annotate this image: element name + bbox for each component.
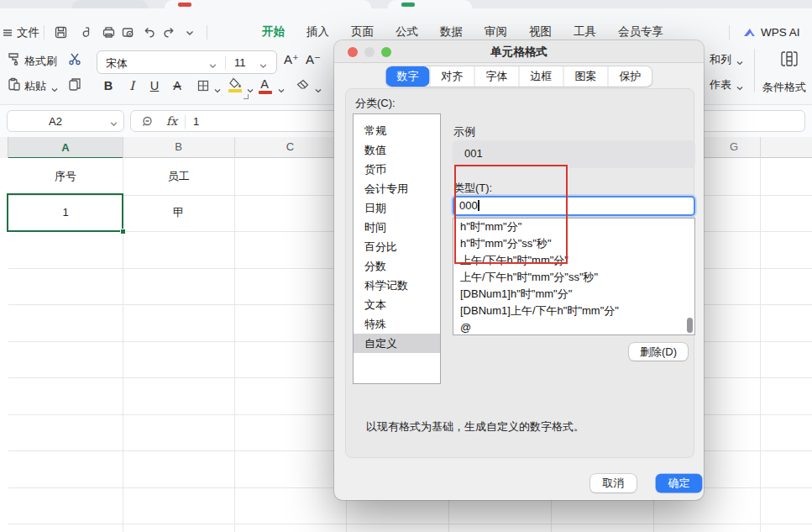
format-option[interactable]: h"时"mm"分" (453, 219, 694, 235)
copy-icon[interactable] (67, 76, 81, 91)
undo-icon[interactable] (142, 25, 156, 40)
chevron-down-icon[interactable] (213, 83, 222, 98)
fill-color-icon[interactable] (228, 77, 243, 92)
chevron-down-icon[interactable] (736, 81, 744, 96)
category-option[interactable]: 文本 (354, 295, 440, 314)
type-input[interactable]: 000 (453, 196, 695, 216)
column-header-g[interactable]: G (708, 140, 760, 153)
dialog-tab[interactable]: 对齐 (430, 66, 474, 87)
strikethrough-button[interactable]: A (169, 79, 186, 92)
worksheet-button[interactable]: 作表 (710, 77, 731, 92)
cell-b1[interactable]: 员工 (123, 158, 234, 194)
chevron-down-icon[interactable] (208, 59, 217, 74)
font-color-icon[interactable]: A (257, 77, 272, 91)
print-preview-icon[interactable] (121, 25, 135, 40)
format-painter-button[interactable]: 格式刷 (24, 54, 57, 69)
wps-spreadsheet-window: 文件 开始插入页面公式数据审阅视图工具会员专享 WP (0, 0, 812, 532)
category-option[interactable]: 货币 (354, 160, 440, 179)
menu-tab[interactable]: 开始 (262, 24, 285, 40)
chevron-down-icon[interactable] (314, 83, 322, 98)
document-tab[interactable] (72, 0, 148, 8)
italic-button[interactable]: I (123, 79, 140, 92)
dialog-tab[interactable]: 数字 (386, 66, 430, 87)
selection-border (7, 193, 123, 232)
menu-tab[interactable]: 页面 (351, 24, 374, 40)
menu-tab[interactable]: 数据 (440, 24, 463, 40)
save-icon[interactable] (54, 25, 68, 40)
category-option[interactable]: 常规 (354, 121, 440, 140)
dialog-tab[interactable]: 图案 (563, 66, 608, 87)
wps-ai-label[interactable]: WPS AI (761, 26, 800, 39)
category-option[interactable]: 特殊 (354, 314, 440, 334)
divider (207, 25, 207, 40)
dialog-tab[interactable]: 边框 (519, 66, 563, 87)
format-option[interactable]: @ (453, 319, 694, 335)
cell-a1[interactable]: 序号 (8, 158, 123, 194)
hamburger-menu-icon[interactable] (0, 26, 14, 40)
format-option[interactable]: [DBNum1]上午/下午h"时"mm"分" (453, 303, 694, 319)
scrollbar-thumb[interactable] (687, 318, 693, 333)
cell-b2[interactable]: 甲 (123, 194, 234, 230)
export-pdf-icon[interactable] (79, 25, 93, 40)
format-option[interactable]: h"时"mm"分"ss"秒" (453, 235, 694, 252)
chevron-down-icon[interactable] (259, 59, 268, 74)
conditional-format-button[interactable]: 条件格式 (762, 80, 806, 95)
font-size-select[interactable]: 11 (234, 56, 246, 69)
fill-handle[interactable] (120, 229, 126, 234)
menu-tab[interactable]: 工具 (574, 24, 596, 40)
category-option[interactable]: 科学记数 (354, 276, 440, 295)
category-option[interactable]: 百分比 (354, 237, 440, 256)
column-header-a[interactable]: A (8, 137, 123, 158)
document-tab[interactable] (165, 0, 371, 8)
file-menu[interactable]: 文件 (17, 25, 39, 40)
dialog-tab[interactable]: 字体 (474, 66, 519, 87)
chevron-down-icon[interactable] (109, 117, 118, 132)
chevron-down-icon[interactable] (184, 27, 198, 41)
menu-tab[interactable]: 审阅 (485, 24, 507, 40)
dialog-description: 以现有格式为基础，生成自定义的数字格式。 (366, 419, 584, 435)
document-tabstrip (0, 0, 812, 8)
category-option[interactable]: 日期 (354, 198, 440, 218)
category-option[interactable]: 时间 (354, 218, 440, 237)
paste-button[interactable]: 粘贴 (24, 79, 46, 94)
group-expand-icon[interactable] (244, 94, 249, 99)
cancel-button[interactable]: 取消 (590, 474, 637, 492)
delete-button[interactable]: 删除(D) (629, 343, 688, 361)
print-icon[interactable] (102, 25, 116, 40)
redo-icon[interactable] (162, 25, 176, 40)
menu-tab[interactable]: 视图 (529, 24, 552, 40)
chevron-down-icon[interactable] (50, 82, 59, 97)
name-box[interactable]: A2 (7, 110, 124, 132)
category-option[interactable]: 会计专用 (354, 179, 440, 198)
category-option[interactable]: 自定义 (354, 334, 440, 353)
chevron-down-icon[interactable] (736, 55, 744, 71)
bold-button[interactable]: B (100, 79, 117, 92)
eraser-icon[interactable] (296, 78, 310, 92)
format-option[interactable]: [DBNum1]h"时"mm"分" (453, 286, 694, 303)
zoom-out-icon[interactable] (141, 115, 155, 129)
category-option[interactable]: 数值 (354, 140, 440, 160)
dialog-titlebar[interactable]: 单元格格式 (334, 40, 704, 63)
dialog-tab[interactable]: 保护 (608, 66, 652, 87)
gridline (8, 524, 812, 524)
column-header-b[interactable]: B (123, 140, 234, 153)
chevron-down-icon[interactable] (277, 83, 286, 98)
borders-icon[interactable] (196, 79, 211, 93)
ok-button[interactable]: 确定 (656, 474, 702, 492)
conditional-format-icon (779, 49, 794, 63)
menu-tab[interactable]: 插入 (306, 24, 329, 40)
shrink-font-button[interactable]: A⁻ (306, 52, 321, 67)
column-header-c[interactable]: C (234, 140, 346, 153)
format-option[interactable]: 上午/下午h"时"mm"分" (453, 252, 694, 269)
underline-button[interactable]: U (146, 79, 163, 92)
cut-icon[interactable] (67, 51, 81, 66)
grow-font-button[interactable]: A⁺ (284, 52, 299, 67)
category-option[interactable]: 分数 (354, 256, 440, 276)
format-option[interactable]: 上午/下午h"时"mm"分"ss"秒" (453, 269, 694, 286)
menu-tab[interactable]: 会员专享 (618, 24, 663, 40)
rows-cols-button[interactable]: 和列 (710, 52, 731, 67)
document-tab[interactable] (388, 0, 472, 8)
font-name-select[interactable]: 宋体 (106, 56, 128, 71)
dialog-title: 单元格格式 (334, 45, 704, 60)
menu-tab[interactable]: 公式 (396, 24, 418, 40)
